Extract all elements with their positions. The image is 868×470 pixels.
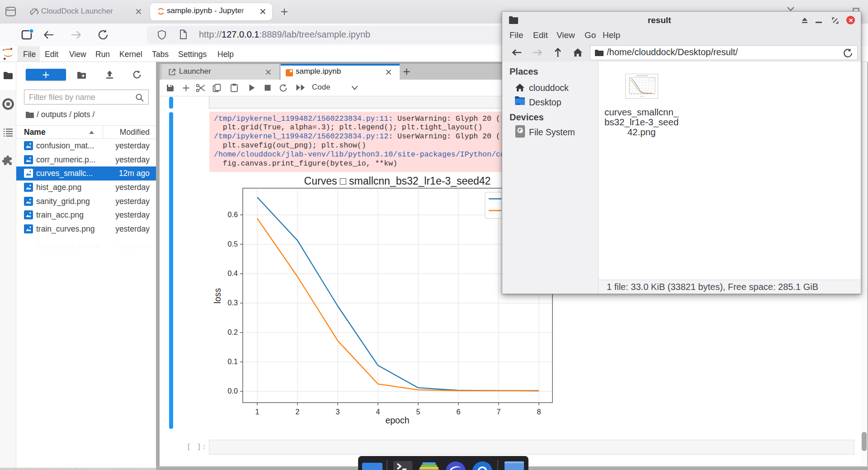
svg-text:5: 5 [416, 408, 420, 416]
svg-text:4: 4 [376, 408, 380, 416]
svg-text:0.3: 0.3 [227, 299, 238, 307]
svg-text:0.1: 0.1 [227, 357, 238, 366]
svg-text:0.4: 0.4 [227, 269, 238, 277]
svg-text:0.2: 0.2 [227, 328, 238, 336]
svg-text:6: 6 [456, 408, 460, 416]
svg-text:0.6: 0.6 [227, 210, 238, 218]
svg-text:0.0: 0.0 [227, 387, 238, 395]
svg-text:loss: loss [212, 288, 222, 304]
svg-text:2: 2 [295, 408, 299, 416]
svg-text:7: 7 [496, 408, 500, 416]
svg-text:8: 8 [537, 408, 541, 416]
svg-text:1: 1 [255, 408, 259, 416]
svg-text:epoch: epoch [385, 415, 409, 425]
svg-text:3: 3 [335, 408, 340, 416]
svg-text:0.5: 0.5 [227, 240, 238, 248]
svg-text:Curves □ smallcnn_bs32_lr1e-3_: Curves □ smallcnn_bs32_lr1e-3_seed42 [304, 175, 491, 187]
